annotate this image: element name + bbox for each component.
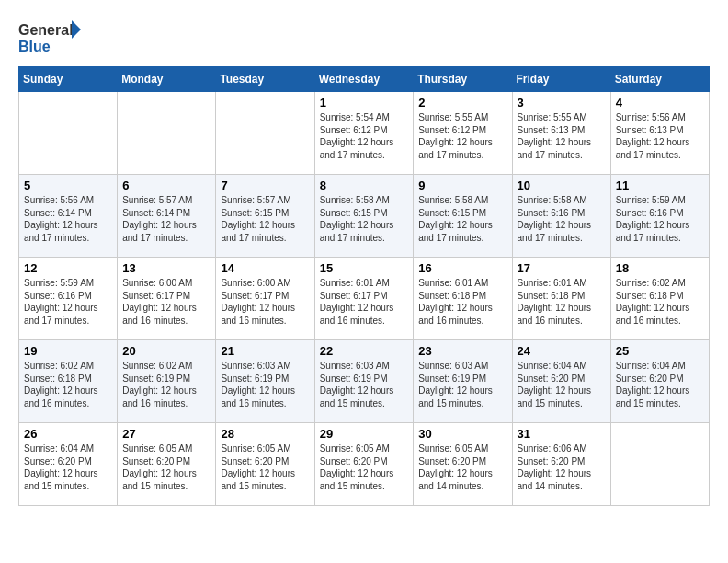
day-number: 10 — [518, 178, 606, 192]
day-number: 21 — [221, 344, 309, 358]
day-number: 23 — [418, 344, 506, 358]
day-info: Sunrise: 6:04 AM Sunset: 6:20 PM Dayligh… — [616, 360, 704, 409]
col-header-thursday: Thursday — [414, 67, 512, 92]
day-info: Sunrise: 6:05 AM Sunset: 6:20 PM Dayligh… — [418, 442, 506, 492]
day-info: Sunrise: 5:56 AM Sunset: 6:13 PM Dayligh… — [616, 111, 704, 161]
week-row-2: 5Sunrise: 5:56 AM Sunset: 6:14 PM Daylig… — [19, 175, 710, 258]
day-number: 6 — [122, 178, 210, 192]
day-info: Sunrise: 5:59 AM Sunset: 6:16 PM Dayligh… — [616, 194, 704, 244]
calendar-cell: 1Sunrise: 5:54 AM Sunset: 6:12 PM Daylig… — [314, 92, 414, 175]
calendar-cell: 31Sunrise: 6:06 AM Sunset: 6:20 PM Dayli… — [512, 423, 610, 506]
day-number: 4 — [616, 96, 704, 109]
calendar-cell: 27Sunrise: 6:05 AM Sunset: 6:20 PM Dayli… — [118, 423, 216, 506]
calendar-cell — [216, 92, 314, 175]
col-header-tuesday: Tuesday — [216, 67, 314, 92]
calendar-cell: 14Sunrise: 6:00 AM Sunset: 6:17 PM Dayli… — [216, 258, 314, 340]
calendar-cell — [19, 92, 118, 175]
day-number: 5 — [24, 178, 112, 192]
day-number: 31 — [518, 427, 606, 441]
day-number: 1 — [320, 96, 409, 109]
col-header-sunday: Sunday — [19, 67, 118, 92]
day-number: 22 — [320, 344, 409, 358]
day-info: Sunrise: 6:02 AM Sunset: 6:18 PM Dayligh… — [616, 277, 704, 327]
day-number: 28 — [221, 427, 309, 441]
day-number: 26 — [24, 427, 112, 441]
day-info: Sunrise: 6:05 AM Sunset: 6:20 PM Dayligh… — [320, 442, 409, 492]
week-row-5: 26Sunrise: 6:04 AM Sunset: 6:20 PM Dayli… — [19, 423, 710, 506]
day-number: 11 — [616, 178, 704, 192]
logo: GeneralBlue — [18, 18, 83, 57]
calendar-cell: 12Sunrise: 5:59 AM Sunset: 6:16 PM Dayli… — [19, 258, 118, 340]
calendar-cell: 4Sunrise: 5:56 AM Sunset: 6:13 PM Daylig… — [610, 92, 709, 175]
calendar-cell: 16Sunrise: 6:01 AM Sunset: 6:18 PM Dayli… — [414, 258, 512, 340]
calendar-cell: 26Sunrise: 6:04 AM Sunset: 6:20 PM Dayli… — [19, 423, 118, 506]
calendar-cell — [118, 92, 216, 175]
day-number: 8 — [320, 178, 409, 192]
day-info: Sunrise: 5:57 AM Sunset: 6:15 PM Dayligh… — [221, 194, 309, 244]
calendar-cell: 17Sunrise: 6:01 AM Sunset: 6:18 PM Dayli… — [512, 258, 610, 340]
day-number: 19 — [24, 344, 112, 358]
day-info: Sunrise: 6:01 AM Sunset: 6:18 PM Dayligh… — [418, 277, 506, 327]
day-number: 9 — [418, 178, 506, 192]
day-info: Sunrise: 5:58 AM Sunset: 6:15 PM Dayligh… — [418, 194, 506, 244]
day-info: Sunrise: 6:05 AM Sunset: 6:20 PM Dayligh… — [122, 442, 210, 492]
day-info: Sunrise: 6:04 AM Sunset: 6:20 PM Dayligh… — [24, 442, 112, 492]
calendar-cell: 3Sunrise: 5:55 AM Sunset: 6:13 PM Daylig… — [512, 92, 610, 175]
calendar-cell: 23Sunrise: 6:03 AM Sunset: 6:19 PM Dayli… — [414, 340, 512, 423]
day-info: Sunrise: 6:01 AM Sunset: 6:17 PM Dayligh… — [320, 277, 409, 327]
day-info: Sunrise: 6:06 AM Sunset: 6:20 PM Dayligh… — [518, 442, 606, 492]
day-info: Sunrise: 6:00 AM Sunset: 6:17 PM Dayligh… — [221, 277, 309, 327]
calendar-cell: 10Sunrise: 5:58 AM Sunset: 6:16 PM Dayli… — [512, 175, 610, 258]
day-info: Sunrise: 5:59 AM Sunset: 6:16 PM Dayligh… — [24, 277, 112, 327]
day-number: 20 — [122, 344, 210, 358]
day-info: Sunrise: 6:04 AM Sunset: 6:20 PM Dayligh… — [518, 360, 606, 409]
calendar-cell: 15Sunrise: 6:01 AM Sunset: 6:17 PM Dayli… — [314, 258, 414, 340]
calendar-cell: 9Sunrise: 5:58 AM Sunset: 6:15 PM Daylig… — [414, 175, 512, 258]
day-number: 18 — [616, 261, 704, 275]
day-number: 3 — [518, 96, 606, 109]
day-number: 2 — [418, 96, 506, 109]
day-number: 17 — [518, 261, 606, 275]
calendar-cell: 24Sunrise: 6:04 AM Sunset: 6:20 PM Dayli… — [512, 340, 610, 423]
day-info: Sunrise: 6:03 AM Sunset: 6:19 PM Dayligh… — [418, 360, 506, 409]
svg-marker-2 — [72, 20, 81, 39]
day-number: 29 — [320, 427, 409, 441]
calendar-cell: 29Sunrise: 6:05 AM Sunset: 6:20 PM Dayli… — [314, 423, 414, 506]
calendar-cell: 20Sunrise: 6:02 AM Sunset: 6:19 PM Dayli… — [118, 340, 216, 423]
col-header-wednesday: Wednesday — [314, 67, 414, 92]
calendar-cell: 19Sunrise: 6:02 AM Sunset: 6:18 PM Dayli… — [19, 340, 118, 423]
day-info: Sunrise: 6:02 AM Sunset: 6:18 PM Dayligh… — [24, 360, 112, 409]
day-info: Sunrise: 6:05 AM Sunset: 6:20 PM Dayligh… — [221, 442, 309, 492]
header: GeneralBlue — [18, 18, 710, 57]
calendar-cell: 21Sunrise: 6:03 AM Sunset: 6:19 PM Dayli… — [216, 340, 314, 423]
day-number: 24 — [518, 344, 606, 358]
day-info: Sunrise: 5:55 AM Sunset: 6:13 PM Dayligh… — [518, 111, 606, 161]
day-number: 15 — [320, 261, 409, 275]
calendar-cell — [610, 423, 709, 506]
day-number: 7 — [221, 178, 309, 192]
logo-svg: GeneralBlue — [18, 18, 83, 57]
col-header-saturday: Saturday — [610, 67, 709, 92]
calendar-cell: 22Sunrise: 6:03 AM Sunset: 6:19 PM Dayli… — [314, 340, 414, 423]
day-number: 13 — [122, 261, 210, 275]
day-info: Sunrise: 5:54 AM Sunset: 6:12 PM Dayligh… — [320, 111, 409, 161]
calendar-cell: 30Sunrise: 6:05 AM Sunset: 6:20 PM Dayli… — [414, 423, 512, 506]
day-info: Sunrise: 6:01 AM Sunset: 6:18 PM Dayligh… — [518, 277, 606, 327]
col-header-friday: Friday — [512, 67, 610, 92]
day-number: 25 — [616, 344, 704, 358]
svg-text:General: General — [18, 22, 74, 38]
calendar-cell: 18Sunrise: 6:02 AM Sunset: 6:18 PM Dayli… — [610, 258, 709, 340]
calendar-cell: 8Sunrise: 5:58 AM Sunset: 6:15 PM Daylig… — [314, 175, 414, 258]
calendar-header-row: SundayMondayTuesdayWednesdayThursdayFrid… — [19, 67, 710, 92]
calendar-cell: 13Sunrise: 6:00 AM Sunset: 6:17 PM Dayli… — [118, 258, 216, 340]
day-info: Sunrise: 6:03 AM Sunset: 6:19 PM Dayligh… — [320, 360, 409, 409]
calendar-cell: 7Sunrise: 5:57 AM Sunset: 6:15 PM Daylig… — [216, 175, 314, 258]
week-row-4: 19Sunrise: 6:02 AM Sunset: 6:18 PM Dayli… — [19, 340, 710, 423]
calendar-cell: 25Sunrise: 6:04 AM Sunset: 6:20 PM Dayli… — [610, 340, 709, 423]
day-info: Sunrise: 5:56 AM Sunset: 6:14 PM Dayligh… — [24, 194, 112, 244]
calendar-cell: 11Sunrise: 5:59 AM Sunset: 6:16 PM Dayli… — [610, 175, 709, 258]
day-number: 14 — [221, 261, 309, 275]
day-number: 30 — [418, 427, 506, 441]
calendar-table: SundayMondayTuesdayWednesdayThursdayFrid… — [18, 66, 710, 506]
day-info: Sunrise: 6:02 AM Sunset: 6:19 PM Dayligh… — [122, 360, 210, 409]
